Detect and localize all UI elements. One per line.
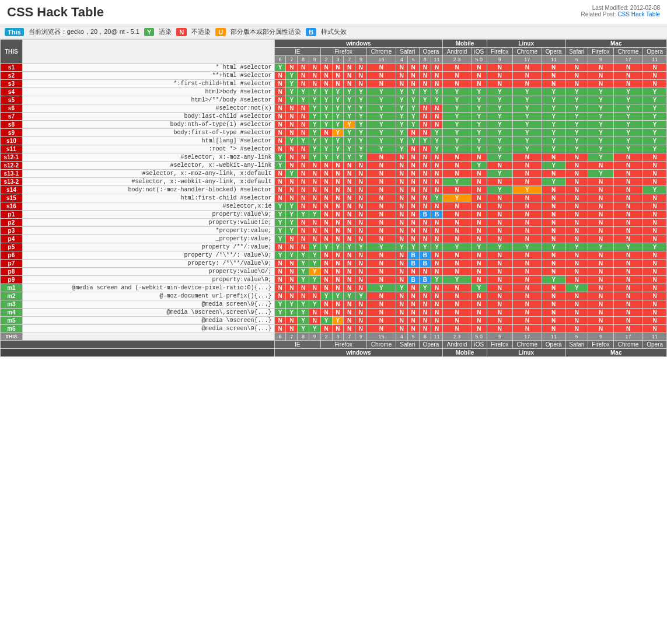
row-id-s14: s14 xyxy=(1,186,23,194)
cell-s13-1-14: N xyxy=(471,170,487,178)
selector-p9: property:value\0; xyxy=(22,276,274,284)
cell-m2-19: N xyxy=(588,292,614,300)
version-footer-row: THIS 6789 2379 15 45 811 2.35.0 91711 59… xyxy=(1,333,667,341)
cell-p6-19: N xyxy=(588,251,614,260)
cell-s2-16: N xyxy=(512,72,542,80)
cell-p6-20: N xyxy=(613,251,642,260)
cell-s10-17: Y xyxy=(542,137,565,145)
ch-mac-v17: 17 xyxy=(613,56,642,64)
cell-s7-11: N xyxy=(419,113,431,121)
cell-m1-15: N xyxy=(487,284,512,292)
cell-s15-16: N xyxy=(512,194,542,202)
ie-v7: 7 xyxy=(286,56,298,64)
cell-s7-2: N xyxy=(298,113,309,121)
cell-p2-13: N xyxy=(443,219,472,227)
cell-s5-7: Y xyxy=(355,96,367,104)
cell-s5-2: Y xyxy=(298,96,309,104)
cell-p9-8: N xyxy=(366,276,396,284)
cell-s3-3: N xyxy=(309,80,320,88)
cell-s12-1-20: N xyxy=(613,153,642,162)
cell-s1-2: N xyxy=(298,64,309,72)
related-link[interactable]: CSS Hack Table xyxy=(617,11,660,18)
cell-s2-14: N xyxy=(471,72,487,80)
cell-m6-6: N xyxy=(344,325,355,333)
cell-p8-6: N xyxy=(344,268,355,276)
cell-s12-1-11: N xyxy=(419,153,431,162)
ff-mac-v9: 9 xyxy=(588,56,614,64)
cell-p8-19: N xyxy=(588,268,614,276)
selector-s9: body:first-of-type #selector xyxy=(22,129,274,137)
cell-s15-8: N xyxy=(366,194,396,202)
cell-s13-1-4: N xyxy=(320,170,332,178)
cell-s2-18: N xyxy=(565,72,588,80)
cell-s12-1-0: Y xyxy=(274,153,286,162)
cell-p7-8: N xyxy=(366,260,396,268)
cell-s12-1-19: Y xyxy=(588,153,614,162)
cell-m6-20: N xyxy=(613,325,642,333)
selector-p2: property:value!ie; xyxy=(22,219,274,227)
cell-p2-3: N xyxy=(309,219,320,227)
cell-s3-0: N xyxy=(274,80,286,88)
cell-s13-2-1: N xyxy=(286,178,298,186)
cell-s14-21: Y xyxy=(643,186,667,194)
cell-s1-11: N xyxy=(419,64,431,72)
cell-p7-0: N xyxy=(274,260,286,268)
cell-s10-10: Y xyxy=(407,137,419,145)
cell-m1-13: N xyxy=(443,284,472,292)
cell-s2-13: N xyxy=(443,72,472,80)
cell-s13-1-0: N xyxy=(274,170,286,178)
cell-s14-6: N xyxy=(344,186,355,194)
cell-s3-14: N xyxy=(471,80,487,88)
cell-p3-19: N xyxy=(588,227,614,235)
cell-s7-19: Y xyxy=(588,113,614,121)
cell-s13-2-13: Y xyxy=(443,178,472,186)
cell-s16-9: N xyxy=(396,202,408,211)
cell-m3-15: N xyxy=(487,300,512,309)
cell-s16-3: N xyxy=(309,202,320,211)
table-row: m2@-moz-document url-prefix(){...}NNNNYY… xyxy=(1,292,667,300)
cell-s13-2-19: N xyxy=(588,178,614,186)
table-row: m4@media \0screen\,screen\9{...}YYYNNNNN… xyxy=(1,309,667,317)
cell-s12-2-16: N xyxy=(512,162,542,170)
cell-s9-5: Y xyxy=(332,129,344,137)
cell-s9-15: Y xyxy=(487,129,512,137)
selector-p3: *property:value; xyxy=(22,227,274,235)
cell-m4-2: Y xyxy=(298,309,309,317)
cell-s5-15: Y xyxy=(487,96,512,104)
cell-s12-2-7: N xyxy=(355,162,367,170)
cell-s13-1-13: N xyxy=(443,170,472,178)
y-badge: Y xyxy=(144,28,154,36)
cell-m5-5: Y xyxy=(332,317,344,325)
cell-p1-10: N xyxy=(407,211,419,219)
cell-s4-11: Y xyxy=(419,88,431,96)
cell-m3-8: N xyxy=(366,300,396,309)
cell-s14-0: N xyxy=(274,186,286,194)
cell-p3-21: N xyxy=(643,227,667,235)
cell-m2-6: Y xyxy=(344,292,355,300)
cell-s12-2-15: N xyxy=(487,162,512,170)
css-hack-table: THIS windows Mobile Linux Mac IE Firefox… xyxy=(0,39,667,357)
cell-p9-11: B xyxy=(419,276,431,284)
cell-m2-15: N xyxy=(487,292,512,300)
cell-s9-6: Y xyxy=(344,129,355,137)
cell-s8-15: Y xyxy=(487,121,512,129)
cell-p5-3: Y xyxy=(309,243,320,251)
cell-s12-1-14: N xyxy=(471,153,487,162)
cell-p6-18: N xyxy=(565,251,588,260)
cell-s6-4: Y xyxy=(320,104,332,113)
table-container: THIS windows Mobile Linux Mac IE Firefox… xyxy=(0,39,667,357)
cell-m3-17: N xyxy=(542,300,565,309)
cell-s11-3: Y xyxy=(309,145,320,153)
cell-m5-13: N xyxy=(443,317,472,325)
cell-s5-11: Y xyxy=(419,96,431,104)
table-row: s9body:first-of-type #selectorNNNYNYYYYY… xyxy=(1,129,667,137)
cell-p8-2: Y xyxy=(298,268,309,276)
cell-m3-20: N xyxy=(613,300,642,309)
cell-s11-13: Y xyxy=(443,145,472,153)
cell-s9-1: N xyxy=(286,129,298,137)
cell-m6-16: N xyxy=(512,325,542,333)
cell-s6-20: Y xyxy=(613,104,642,113)
cell-s2-0: N xyxy=(274,72,286,80)
cell-s2-17: N xyxy=(542,72,565,80)
cell-m1-7: N xyxy=(355,284,367,292)
